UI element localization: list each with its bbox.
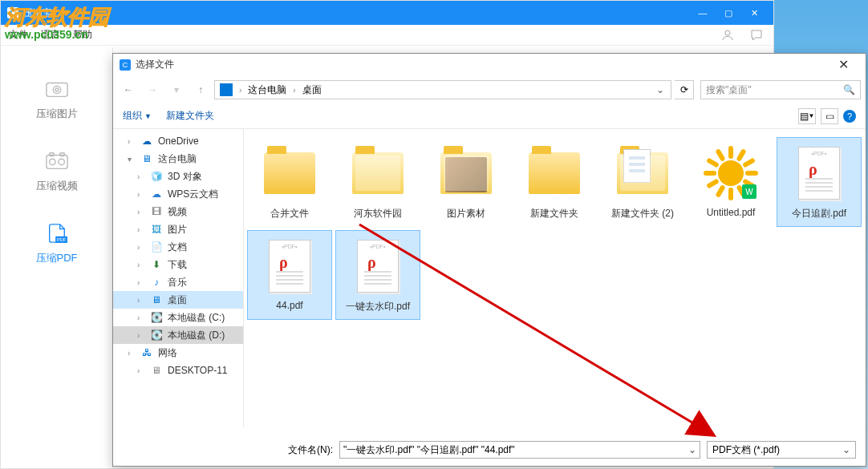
dialog-titlebar[interactable]: C 选择文件 ✕ — [113, 54, 866, 76]
nav-back-button[interactable]: ← — [118, 79, 139, 100]
folder-tree[interactable]: ›☁OneDrive▾🖥这台电脑›🧊3D 对象›☁WPS云文档›🎞视频›🖼图片›… — [113, 129, 244, 427]
sidebar-item-compress-video[interactable]: 压缩视频 — [1, 135, 112, 208]
close-button[interactable]: ✕ — [741, 1, 767, 25]
nav-recent-dropdown[interactable]: ▾ — [166, 79, 187, 100]
tree-item[interactable]: ›🎞视频 — [113, 203, 243, 220]
filter-dropdown[interactable]: PDF文档 (*.pdf) ⌄ — [707, 441, 856, 459]
file-item[interactable]: ρ今日追剧.pdf — [777, 137, 862, 227]
minimize-button[interactable]: — — [690, 1, 716, 25]
sidebar: 压缩图片压缩视频PDF压缩PDF — [1, 47, 113, 468]
dialog-close-button[interactable]: ✕ — [827, 54, 859, 76]
tree-item[interactable]: ›⬇下载 — [113, 256, 243, 273]
file-item[interactable]: 合并文件 — [247, 137, 332, 227]
nav-forward-button[interactable]: → — [142, 79, 163, 100]
chevron-icon: › — [236, 86, 245, 95]
svg-rect-1 — [46, 83, 67, 97]
breadcrumb-dropdown[interactable]: ⌄ — [651, 84, 669, 95]
filename-dropdown[interactable]: ⌄ — [688, 444, 696, 455]
chevron-icon: › — [290, 86, 298, 95]
dialog-footer: 文件名(N): "一键去水印.pdf" "今日追剧.pdf" "44.pdf" … — [113, 427, 866, 466]
tree-item[interactable]: ›🖼图片 — [113, 220, 243, 238]
tree-item[interactable]: ›📄文档 — [113, 238, 243, 256]
svg-text:PDF: PDF — [57, 237, 67, 242]
file-item[interactable]: 图片素材 — [424, 137, 509, 227]
dialog-title: 选择文件 — [136, 58, 174, 71]
menu-help[interactable]: 帮助 — [73, 28, 92, 42]
file-item[interactable]: 新建文件夹 (2) — [600, 137, 685, 227]
tree-item[interactable]: ›💽本地磁盘 (C:) — [113, 309, 243, 326]
svg-point-5 — [49, 159, 55, 165]
breadcrumb[interactable]: › 这台电脑 › 桌面 ⌄ — [214, 80, 671, 99]
crumb-0[interactable]: 这台电脑 — [245, 83, 290, 97]
dialog-icon: C — [120, 59, 131, 71]
filename-label: 文件名(N): — [283, 443, 333, 457]
file-item[interactable]: 河东软件园 — [335, 137, 420, 227]
tree-item[interactable]: ▾🖥这台电脑 — [113, 150, 243, 168]
file-item[interactable]: ρ44.pdf — [247, 230, 332, 320]
refresh-button[interactable]: ⟳ — [675, 80, 694, 99]
tree-item[interactable]: ›☁WPS云文档 — [113, 185, 243, 203]
dialog-toolbar: 组织 ▼ 新建文件夹 ▤▼ ▭ ? — [113, 103, 866, 129]
user-icon[interactable] — [720, 28, 735, 42]
view-icons-button[interactable]: ▤▼ — [798, 108, 816, 124]
app-icon: C — [7, 7, 18, 18]
svg-rect-7 — [49, 153, 54, 156]
svg-point-0 — [725, 30, 730, 35]
sidebar-item-compress-pdf[interactable]: PDF压缩PDF — [1, 208, 112, 280]
chat-icon[interactable] — [749, 28, 764, 42]
file-dialog: C 选择文件 ✕ ← → ▾ ↑ › 这台电脑 › 桌面 ⌄ ⟳ 搜索"桌面" … — [112, 53, 866, 467]
nav-up-button[interactable]: ↑ — [190, 79, 211, 100]
maximize-button[interactable]: ▢ — [716, 1, 741, 25]
tree-item[interactable]: ›☁OneDrive — [113, 132, 243, 150]
app-titlebar[interactable]: C 压缩宝 — ▢ ✕ — [1, 1, 773, 25]
crumb-1[interactable]: 桌面 — [299, 83, 325, 97]
svg-point-2 — [53, 86, 60, 93]
tree-item[interactable]: ›💽本地磁盘 (D:) — [113, 326, 243, 344]
tree-item[interactable]: ›♪音乐 — [113, 273, 243, 291]
svg-point-6 — [58, 159, 64, 165]
dialog-nav: ← → ▾ ↑ › 这台电脑 › 桌面 ⌄ ⟳ 搜索"桌面" 🔍 — [113, 76, 866, 103]
search-input[interactable]: 搜索"桌面" 🔍 — [700, 80, 861, 99]
app-menubar: 文件 语言 帮助 — [1, 25, 773, 46]
file-item[interactable]: ρ一键去水印.pdf — [335, 230, 420, 320]
svg-point-3 — [55, 88, 59, 91]
organize-dropdown[interactable]: 组织 ▼ — [123, 109, 152, 123]
file-item[interactable]: WUntitled.pdf — [688, 137, 773, 227]
help-button[interactable]: ? — [843, 110, 856, 123]
filename-input[interactable]: "一键去水印.pdf" "今日追剧.pdf" "44.pdf" ⌄ — [339, 441, 700, 459]
tree-item[interactable]: ›🖧网络 — [113, 344, 243, 362]
tree-item[interactable]: ›🖥桌面 — [113, 291, 243, 309]
tree-item[interactable]: ›🖥DESKTOP-11 — [113, 362, 243, 379]
preview-pane-button[interactable]: ▭ — [821, 108, 838, 124]
search-icon: 🔍 — [843, 84, 855, 95]
menu-file[interactable]: 文件 — [9, 28, 28, 42]
sidebar-item-compress-image[interactable]: 压缩图片 — [1, 63, 112, 135]
file-item[interactable]: 新建文件夹 — [512, 137, 597, 227]
new-folder-button[interactable]: 新建文件夹 — [166, 109, 214, 123]
app-title: 压缩宝 — [23, 6, 52, 20]
pc-icon — [220, 83, 233, 96]
svg-rect-8 — [59, 153, 64, 156]
search-placeholder: 搜索"桌面" — [706, 83, 752, 97]
tree-item[interactable]: ›🧊3D 对象 — [113, 168, 243, 185]
file-list[interactable]: 合并文件河东软件园图片素材新建文件夹新建文件夹 (2)WUntitled.pdf… — [244, 129, 866, 427]
menu-lang[interactable]: 语言 — [41, 28, 60, 42]
